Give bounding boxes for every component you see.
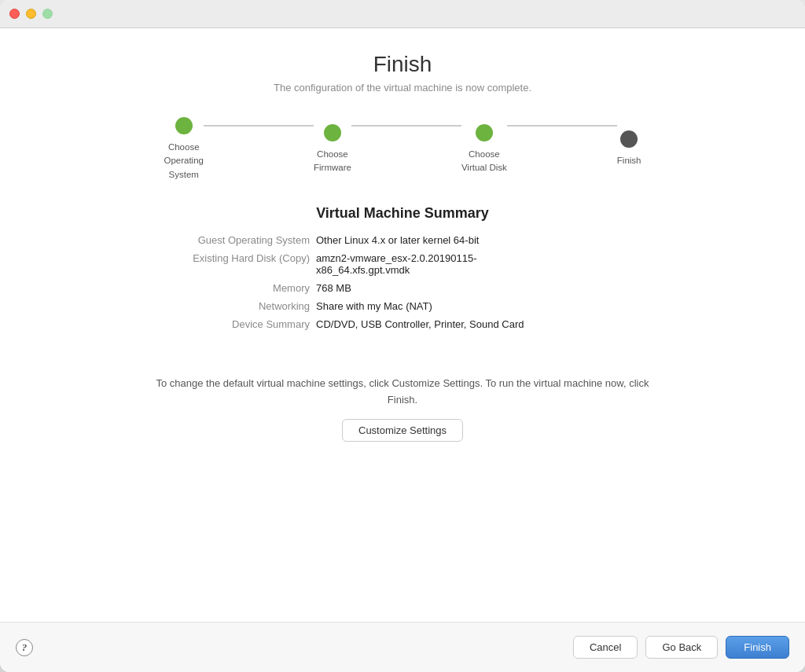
summary-row-devices: Device Summary CD/DVD, USB Controller, P… [127, 318, 678, 330]
summary-row-memory: Memory 768 MB [127, 282, 678, 294]
summary-value-memory: 768 MB [316, 282, 351, 294]
info-text: To change the default virtual machine se… [151, 360, 654, 409]
bottom-bar: ? Cancel Go Back Finish [0, 622, 805, 672]
cancel-button[interactable]: Cancel [573, 636, 638, 659]
summary-key-os: Guest Operating System [127, 234, 316, 246]
page-title: Finish [373, 52, 432, 77]
step-choose-firmware: ChooseFirmware [314, 124, 351, 175]
go-back-button[interactable]: Go Back [645, 636, 718, 659]
close-button[interactable] [9, 9, 20, 19]
summary-key-devices: Device Summary [127, 318, 316, 330]
step-dot-finish [620, 130, 638, 148]
maximize-button[interactable] [42, 9, 53, 19]
step-choose-os: ChooseOperatingSystem [164, 117, 204, 182]
customize-settings-button[interactable]: Customize Settings [342, 419, 463, 442]
page-subtitle: The configuration of the virtual machine… [274, 82, 531, 94]
step-label-firmware: ChooseFirmware [314, 148, 351, 175]
step-dot-disk [476, 124, 493, 141]
summary-value-networking: Share with my Mac (NAT) [316, 300, 432, 312]
summary-row-networking: Networking Share with my Mac (NAT) [127, 300, 678, 312]
summary-key-disk: Existing Hard Disk (Copy) [127, 252, 316, 264]
step-label-finish: Finish [617, 154, 641, 167]
step-line-1 [204, 125, 314, 127]
customize-wrapper: To change the default virtual machine se… [151, 360, 654, 450]
bottom-actions: Cancel Go Back Finish [573, 636, 789, 659]
step-choose-disk: ChooseVirtual Disk [461, 124, 507, 175]
main-content: Finish The configuration of the virtual … [0, 28, 805, 622]
step-dot-firmware [324, 124, 341, 141]
summary-table: Guest Operating System Other Linux 4.x o… [127, 234, 678, 330]
window: Finish The configuration of the virtual … [0, 0, 805, 672]
step-dot-os [175, 117, 193, 134]
minimize-button[interactable] [26, 9, 36, 19]
titlebar [0, 0, 805, 28]
summary-key-memory: Memory [127, 282, 316, 294]
summary-value-devices: CD/DVD, USB Controller, Printer, Sound C… [316, 318, 524, 330]
progress-steps: ChooseOperatingSystem ChooseFirmware Cho… [164, 117, 641, 182]
summary-title: Virtual Machine Summary [47, 205, 758, 222]
step-line-2 [351, 125, 461, 127]
summary-row-os: Guest Operating System Other Linux 4.x o… [127, 234, 678, 246]
summary-row-disk: Existing Hard Disk (Copy) amzn2-vmware_e… [127, 252, 678, 276]
summary-value-disk: amzn2-vmware_esx-2.0.20190115-x86_64.xfs… [316, 252, 477, 276]
summary-value-os: Other Linux 4.x or later kernel 64-bit [316, 234, 479, 246]
step-line-3 [507, 125, 617, 127]
finish-button[interactable]: Finish [726, 636, 789, 659]
step-label-os: ChooseOperatingSystem [164, 141, 204, 182]
help-button[interactable]: ? [16, 639, 33, 656]
summary-key-networking: Networking [127, 300, 316, 312]
summary-section: Virtual Machine Summary Guest Operating … [47, 205, 758, 336]
traffic-lights [9, 9, 53, 19]
step-label-disk: ChooseVirtual Disk [461, 148, 507, 175]
step-finish: Finish [617, 130, 641, 167]
